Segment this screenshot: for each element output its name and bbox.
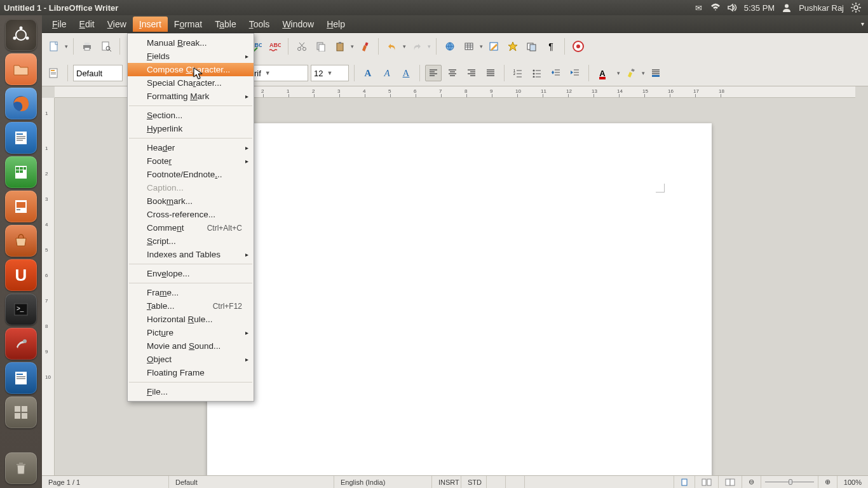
zoom-in-button[interactable]: ⊕ xyxy=(818,476,837,488)
show-draw-button[interactable] xyxy=(485,38,502,55)
insert-menu-item[interactable]: Formatting Mark▸ xyxy=(128,90,254,103)
status-style[interactable]: Default xyxy=(169,476,334,488)
system-user[interactable]: Pushkar Raj xyxy=(799,3,844,13)
navigator-button[interactable] xyxy=(505,38,521,55)
bullets-button[interactable] xyxy=(529,65,545,81)
redo-button[interactable] xyxy=(409,38,425,55)
font-size-combo[interactable]: 12▼ xyxy=(311,65,349,81)
status-page[interactable]: Page 1 / 1 xyxy=(42,476,169,488)
hyperlink-button[interactable] xyxy=(442,38,458,55)
zoom-slider[interactable] xyxy=(761,476,818,488)
format-paintbrush-button[interactable] xyxy=(356,38,373,55)
insert-menu-item[interactable]: Horizontal Rule... xyxy=(128,313,254,326)
autospell-button[interactable]: ABC xyxy=(266,38,283,55)
wifi-icon[interactable] xyxy=(710,2,721,13)
print-button[interactable] xyxy=(79,38,95,55)
bold-button[interactable]: A xyxy=(360,65,376,81)
vertical-ruler[interactable]: 112345678910 xyxy=(42,98,55,475)
launcher-writer-active[interactable] xyxy=(5,362,37,394)
highlight-button[interactable] xyxy=(623,65,639,81)
launcher-terminal[interactable]: >_ xyxy=(5,294,37,325)
insert-menu-item[interactable]: Envelope... xyxy=(128,267,254,280)
table-button[interactable] xyxy=(461,38,477,55)
paragraph-style-combo[interactable]: Default xyxy=(73,65,123,81)
zoom-percent[interactable]: 100% xyxy=(837,476,868,488)
status-language[interactable]: English (India) xyxy=(334,476,432,488)
menu-format[interactable]: Format xyxy=(168,17,208,32)
menu-tools[interactable]: Tools xyxy=(243,17,276,32)
menu-window[interactable]: Window xyxy=(276,17,320,32)
launcher-ubuntu-one[interactable]: U xyxy=(5,259,37,291)
print-preview-button[interactable] xyxy=(98,38,114,55)
underline-button[interactable]: A xyxy=(398,65,414,81)
mail-icon[interactable]: ✉ xyxy=(693,2,705,13)
styles-button[interactable] xyxy=(46,65,62,81)
launcher-calc[interactable] xyxy=(5,156,37,188)
insert-menu-item[interactable]: Footnote/Endnote... xyxy=(128,168,254,181)
system-time[interactable]: 5:35 PM xyxy=(744,3,775,13)
numbering-button[interactable]: 12 xyxy=(510,65,526,81)
menu-edit[interactable]: Edit xyxy=(73,17,101,32)
menu-insert[interactable]: Insert xyxy=(133,17,168,32)
insert-menu-item[interactable]: File... xyxy=(128,385,254,398)
insert-menu-item[interactable]: Object▸ xyxy=(128,353,254,366)
gear-icon[interactable] xyxy=(850,2,862,13)
insert-menu-item[interactable]: Frame... xyxy=(128,286,254,299)
status-signature[interactable] xyxy=(506,476,525,488)
launcher-firefox[interactable] xyxy=(5,88,37,119)
menu-view[interactable]: View xyxy=(101,17,133,32)
align-center-button[interactable] xyxy=(444,65,461,81)
insert-menu-item[interactable]: Header▸ xyxy=(128,141,254,154)
insert-menu-item[interactable]: Cross-reference... xyxy=(128,208,254,221)
decrease-indent-button[interactable] xyxy=(548,65,564,81)
volume-icon[interactable] xyxy=(726,2,738,13)
launcher-writer[interactable] xyxy=(5,122,37,154)
align-justify-button[interactable] xyxy=(482,65,499,81)
insert-menu-item[interactable]: Manual Break... xyxy=(128,36,254,50)
launcher-workspaces[interactable] xyxy=(5,396,37,428)
insert-menu-item[interactable]: Section... xyxy=(128,109,254,122)
insert-menu-item[interactable]: Hyperlink xyxy=(128,122,254,135)
launcher-trash[interactable] xyxy=(5,452,37,484)
increase-indent-button[interactable] xyxy=(567,65,583,81)
insert-menu-item[interactable]: Movie and Sound... xyxy=(128,339,254,353)
zoom-out-button[interactable]: ⊖ xyxy=(742,476,761,488)
document-page[interactable] xyxy=(207,123,712,475)
font-name-combo[interactable]: rif▼ xyxy=(251,65,308,81)
status-view-book[interactable] xyxy=(719,476,742,488)
italic-button[interactable]: A xyxy=(379,65,395,81)
menu-table[interactable]: Table xyxy=(208,17,242,32)
launcher-software-center[interactable] xyxy=(5,225,37,257)
gallery-button[interactable] xyxy=(524,38,540,55)
insert-menu-item[interactable]: Compose Character... xyxy=(128,63,254,76)
status-insert[interactable]: INSRT xyxy=(432,476,461,488)
insert-menu-item[interactable]: Floating Frame xyxy=(128,366,254,379)
menubar-overflow-icon[interactable]: ▾ xyxy=(861,20,864,27)
launcher-dash[interactable] xyxy=(5,19,37,51)
menu-file[interactable]: File xyxy=(46,17,73,32)
status-view-multi[interactable] xyxy=(695,476,719,488)
bg-color-button[interactable] xyxy=(648,65,664,81)
insert-menu-item[interactable]: CommentCtrl+Alt+C xyxy=(128,221,254,234)
cut-button[interactable] xyxy=(294,38,310,55)
align-right-button[interactable] xyxy=(463,65,480,81)
insert-menu-item[interactable]: Fields▸ xyxy=(128,50,254,63)
copy-button[interactable] xyxy=(313,38,329,55)
align-left-button[interactable] xyxy=(425,65,442,81)
launcher-files[interactable] xyxy=(5,53,37,85)
menu-help[interactable]: Help xyxy=(320,17,351,32)
insert-menu-item[interactable]: Bookmark... xyxy=(128,194,254,208)
insert-menu-item[interactable]: Picture▸ xyxy=(128,326,254,339)
insert-menu-item[interactable]: Special Character... xyxy=(128,76,254,90)
status-view-single[interactable] xyxy=(674,476,695,488)
insert-menu-item[interactable]: Script... xyxy=(128,234,254,248)
new-doc-button[interactable] xyxy=(46,38,62,55)
launcher-impress[interactable] xyxy=(5,191,37,222)
paste-button[interactable] xyxy=(332,38,348,55)
insert-menu-item[interactable]: Footer▸ xyxy=(128,154,254,168)
undo-button[interactable] xyxy=(384,38,400,55)
help-button[interactable] xyxy=(570,38,587,55)
nonprinting-button[interactable]: ¶ xyxy=(543,38,559,55)
insert-menu-item[interactable]: Indexes and Tables▸ xyxy=(128,248,254,261)
insert-menu-item[interactable]: Table...Ctrl+F12 xyxy=(128,299,254,313)
